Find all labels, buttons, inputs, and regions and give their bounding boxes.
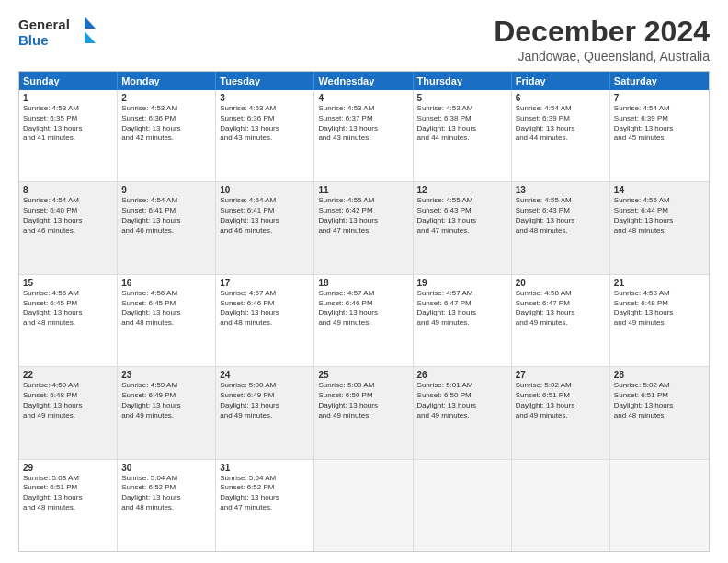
calendar-cell: 21Sunrise: 4:58 AMSunset: 6:48 PMDayligh… [610, 275, 709, 366]
day-number: 5 [417, 93, 507, 103]
calendar: SundayMondayTuesdayWednesdayThursdayFrid… [18, 71, 710, 552]
calendar-row: 8Sunrise: 4:54 AMSunset: 6:40 PMDaylight… [19, 182, 709, 274]
calendar-cell: 6Sunrise: 4:54 AMSunset: 6:39 PMDaylight… [512, 90, 610, 181]
calendar-cell: 31Sunrise: 5:04 AMSunset: 6:52 PMDayligh… [216, 460, 314, 551]
day-number: 30 [121, 463, 211, 473]
cell-details: Sunrise: 4:53 AMSunset: 6:36 PMDaylight:… [220, 104, 310, 144]
cell-details: Sunrise: 4:54 AMSunset: 6:41 PMDaylight:… [121, 196, 211, 236]
svg-text:General: General [18, 17, 70, 32]
calendar-cell: 25Sunrise: 5:00 AMSunset: 6:50 PMDayligh… [314, 367, 413, 458]
main-title: December 2024 [494, 15, 710, 49]
calendar-cell: 27Sunrise: 5:02 AMSunset: 6:51 PMDayligh… [512, 367, 610, 458]
cell-details: Sunrise: 4:57 AMSunset: 6:46 PMDaylight:… [220, 289, 310, 328]
calendar-cell-empty [314, 460, 413, 551]
cell-details: Sunrise: 4:54 AMSunset: 6:41 PMDaylight:… [220, 196, 310, 236]
cell-details: Sunrise: 4:56 AMSunset: 6:45 PMDaylight:… [121, 289, 211, 328]
calendar-cell: 2Sunrise: 4:53 AMSunset: 6:36 PMDaylight… [118, 90, 216, 181]
logo: General Blue [18, 15, 101, 52]
day-number: 14 [614, 185, 705, 195]
calendar-cell: 18Sunrise: 4:57 AMSunset: 6:46 PMDayligh… [314, 275, 413, 366]
calendar-cell: 28Sunrise: 5:02 AMSunset: 6:51 PMDayligh… [610, 367, 709, 458]
cell-details: Sunrise: 4:58 AMSunset: 6:48 PMDaylight:… [614, 289, 705, 328]
day-number: 16 [121, 278, 211, 288]
day-number: 11 [318, 185, 408, 195]
cell-details: Sunrise: 4:57 AMSunset: 6:46 PMDaylight:… [318, 289, 408, 328]
calendar-cell: 24Sunrise: 5:00 AMSunset: 6:49 PMDayligh… [216, 367, 314, 458]
day-number: 1 [23, 93, 113, 103]
header-day-saturday: Saturday [610, 72, 709, 90]
header-day-sunday: Sunday [19, 72, 118, 90]
day-number: 3 [220, 93, 310, 103]
calendar-cell: 12Sunrise: 4:55 AMSunset: 6:43 PMDayligh… [414, 182, 512, 273]
calendar-cell: 30Sunrise: 5:04 AMSunset: 6:52 PMDayligh… [118, 460, 216, 551]
day-number: 24 [220, 370, 310, 380]
svg-marker-3 [85, 31, 96, 43]
cell-details: Sunrise: 4:55 AMSunset: 6:43 PMDaylight:… [417, 196, 507, 236]
svg-text:Blue: Blue [18, 32, 49, 48]
header-day-friday: Friday [512, 72, 610, 90]
cell-details: Sunrise: 5:02 AMSunset: 6:51 PMDaylight:… [516, 381, 606, 420]
header-day-tuesday: Tuesday [216, 72, 314, 90]
day-number: 8 [23, 185, 113, 195]
cell-details: Sunrise: 4:54 AMSunset: 6:39 PMDaylight:… [516, 104, 606, 144]
calendar-cell: 5Sunrise: 4:53 AMSunset: 6:38 PMDaylight… [414, 90, 512, 181]
day-number: 12 [417, 185, 507, 195]
day-number: 23 [121, 370, 211, 380]
cell-details: Sunrise: 4:55 AMSunset: 6:42 PMDaylight:… [318, 196, 408, 236]
calendar-cell: 29Sunrise: 5:03 AMSunset: 6:51 PMDayligh… [19, 460, 118, 551]
calendar-row: 1Sunrise: 4:53 AMSunset: 6:35 PMDaylight… [19, 90, 709, 182]
day-number: 9 [121, 185, 211, 195]
calendar-cell: 26Sunrise: 5:01 AMSunset: 6:50 PMDayligh… [414, 367, 512, 458]
cell-details: Sunrise: 5:00 AMSunset: 6:49 PMDaylight:… [220, 381, 310, 420]
calendar-row: 29Sunrise: 5:03 AMSunset: 6:51 PMDayligh… [19, 460, 709, 551]
cell-details: Sunrise: 5:04 AMSunset: 6:52 PMDaylight:… [220, 474, 310, 513]
cell-details: Sunrise: 5:03 AMSunset: 6:51 PMDaylight:… [23, 474, 113, 513]
day-number: 15 [23, 278, 113, 288]
calendar-cell: 10Sunrise: 4:54 AMSunset: 6:41 PMDayligh… [216, 182, 314, 273]
cell-details: Sunrise: 4:55 AMSunset: 6:44 PMDaylight:… [614, 196, 705, 236]
calendar-header: SundayMondayTuesdayWednesdayThursdayFrid… [19, 72, 709, 90]
calendar-cell: 15Sunrise: 4:56 AMSunset: 6:45 PMDayligh… [19, 275, 118, 366]
day-number: 29 [23, 463, 113, 473]
calendar-row: 22Sunrise: 4:59 AMSunset: 6:48 PMDayligh… [19, 367, 709, 459]
calendar-cell: 13Sunrise: 4:55 AMSunset: 6:43 PMDayligh… [512, 182, 610, 273]
logo-svg: General Blue [18, 15, 101, 52]
calendar-cell: 9Sunrise: 4:54 AMSunset: 6:41 PMDaylight… [118, 182, 216, 273]
header: General Blue December 2024 Jandowae, Que… [18, 15, 710, 63]
calendar-cell: 7Sunrise: 4:54 AMSunset: 6:39 PMDaylight… [610, 90, 709, 181]
header-day-wednesday: Wednesday [314, 72, 413, 90]
calendar-cell: 1Sunrise: 4:53 AMSunset: 6:35 PMDaylight… [19, 90, 118, 181]
cell-details: Sunrise: 4:59 AMSunset: 6:49 PMDaylight:… [121, 381, 211, 420]
calendar-cell-empty [610, 460, 709, 551]
calendar-cell: 19Sunrise: 4:57 AMSunset: 6:47 PMDayligh… [414, 275, 512, 366]
day-number: 17 [220, 278, 310, 288]
calendar-cell: 11Sunrise: 4:55 AMSunset: 6:42 PMDayligh… [314, 182, 413, 273]
cell-details: Sunrise: 4:56 AMSunset: 6:45 PMDaylight:… [23, 289, 113, 328]
calendar-body: 1Sunrise: 4:53 AMSunset: 6:35 PMDaylight… [19, 90, 709, 551]
svg-marker-2 [85, 17, 96, 29]
day-number: 10 [220, 185, 310, 195]
calendar-cell: 4Sunrise: 4:53 AMSunset: 6:37 PMDaylight… [314, 90, 413, 181]
calendar-cell: 20Sunrise: 4:58 AMSunset: 6:47 PMDayligh… [512, 275, 610, 366]
day-number: 21 [614, 278, 705, 288]
cell-details: Sunrise: 4:55 AMSunset: 6:43 PMDaylight:… [516, 196, 606, 236]
calendar-cell-empty [512, 460, 610, 551]
cell-details: Sunrise: 4:58 AMSunset: 6:47 PMDaylight:… [516, 289, 606, 328]
calendar-cell: 8Sunrise: 4:54 AMSunset: 6:40 PMDaylight… [19, 182, 118, 273]
title-block: December 2024 Jandowae, Queensland, Aust… [494, 15, 710, 63]
cell-details: Sunrise: 5:02 AMSunset: 6:51 PMDaylight:… [614, 381, 705, 420]
calendar-cell: 22Sunrise: 4:59 AMSunset: 6:48 PMDayligh… [19, 367, 118, 458]
cell-details: Sunrise: 5:04 AMSunset: 6:52 PMDaylight:… [121, 474, 211, 513]
cell-details: Sunrise: 5:01 AMSunset: 6:50 PMDaylight:… [417, 381, 507, 420]
day-number: 26 [417, 370, 507, 380]
day-number: 13 [516, 185, 606, 195]
day-number: 6 [516, 93, 606, 103]
calendar-cell: 17Sunrise: 4:57 AMSunset: 6:46 PMDayligh… [216, 275, 314, 366]
day-number: 31 [220, 463, 310, 473]
day-number: 2 [121, 93, 211, 103]
day-number: 25 [318, 370, 408, 380]
calendar-cell: 14Sunrise: 4:55 AMSunset: 6:44 PMDayligh… [610, 182, 709, 273]
day-number: 7 [614, 93, 705, 103]
subtitle: Jandowae, Queensland, Australia [494, 49, 710, 63]
cell-details: Sunrise: 4:53 AMSunset: 6:37 PMDaylight:… [318, 104, 408, 144]
